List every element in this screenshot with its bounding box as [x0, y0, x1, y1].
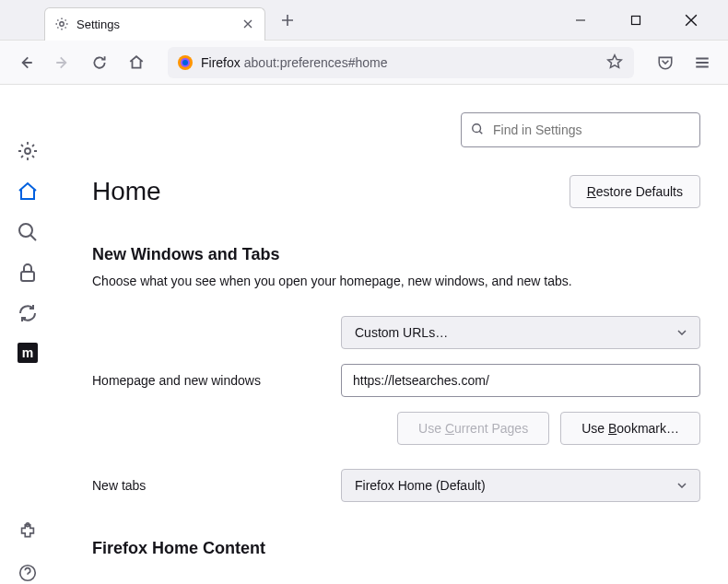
browser-tab[interactable]: Settings [44, 7, 265, 41]
reload-button[interactable] [85, 48, 114, 77]
urlbar-prefix: Firefox [201, 55, 241, 70]
firefox-icon [177, 54, 194, 71]
tab-title: Settings [76, 18, 241, 31]
search-icon [471, 123, 486, 137]
home-button[interactable] [122, 48, 151, 77]
sidebar-search-icon[interactable] [17, 221, 39, 243]
sidebar-privacy-icon[interactable] [17, 262, 39, 284]
svg-point-5 [25, 148, 30, 154]
svg-point-6 [19, 224, 32, 237]
sidebar: m [0, 85, 55, 584]
maximize-button[interactable] [617, 6, 654, 35]
close-window-button[interactable] [673, 6, 710, 35]
new-tab-button[interactable] [273, 6, 302, 35]
sidebar-sync-icon[interactable] [17, 302, 39, 324]
homepage-label: Homepage and new windows [92, 373, 323, 388]
chevron-down-icon [677, 330, 687, 335]
back-button[interactable] [11, 48, 41, 77]
url-bar[interactable]: Firefox about:preferences#home [168, 47, 634, 78]
bookmark-star-icon[interactable] [606, 53, 625, 72]
forward-button[interactable] [48, 48, 77, 77]
section-title: Firefox Home Content [92, 539, 700, 558]
sidebar-help-icon[interactable] [17, 562, 39, 584]
settings-search-input[interactable] [493, 123, 690, 137]
newtabs-label: New tabs [92, 478, 323, 493]
toolbar: Firefox about:preferences#home [0, 41, 728, 85]
dropdown-label: Custom URLs… [355, 325, 448, 340]
minimize-button[interactable] [562, 6, 599, 35]
page-heading: Home [92, 177, 161, 206]
use-current-pages-button[interactable]: Use Current Pages [397, 412, 549, 445]
main-content: Home Restore Defaults New Windows and Ta… [55, 85, 728, 584]
section-description: Choose what you see when you open your h… [92, 274, 700, 288]
newtabs-dropdown[interactable]: Firefox Home (Default) [341, 469, 700, 502]
titlebar: Settings [0, 0, 728, 41]
gear-icon [54, 17, 69, 31]
sidebar-more-icon[interactable]: m [18, 343, 38, 363]
settings-search[interactable] [461, 112, 700, 147]
restore-defaults-button[interactable]: Restore Defaults [569, 175, 700, 208]
chevron-down-icon [677, 483, 687, 488]
svg-rect-7 [21, 272, 34, 281]
dropdown-label: Firefox Home (Default) [355, 478, 486, 493]
app-menu-button[interactable] [687, 48, 717, 77]
close-icon[interactable] [241, 17, 255, 31]
svg-point-0 [60, 22, 64, 26]
section-title: New Windows and Tabs [92, 245, 700, 264]
pocket-button[interactable] [651, 48, 680, 77]
use-bookmark-button[interactable]: Use Bookmark… [560, 412, 700, 445]
urlbar-text: about:preferences#home [244, 55, 606, 70]
sidebar-general-icon[interactable] [17, 140, 39, 162]
sidebar-extensions-icon[interactable] [17, 521, 39, 543]
homepage-dropdown[interactable]: Custom URLs… [341, 316, 700, 349]
svg-rect-1 [632, 16, 640, 24]
sidebar-home-icon[interactable] [17, 181, 39, 203]
homepage-url-input[interactable] [341, 364, 700, 397]
svg-point-4 [182, 60, 188, 65]
